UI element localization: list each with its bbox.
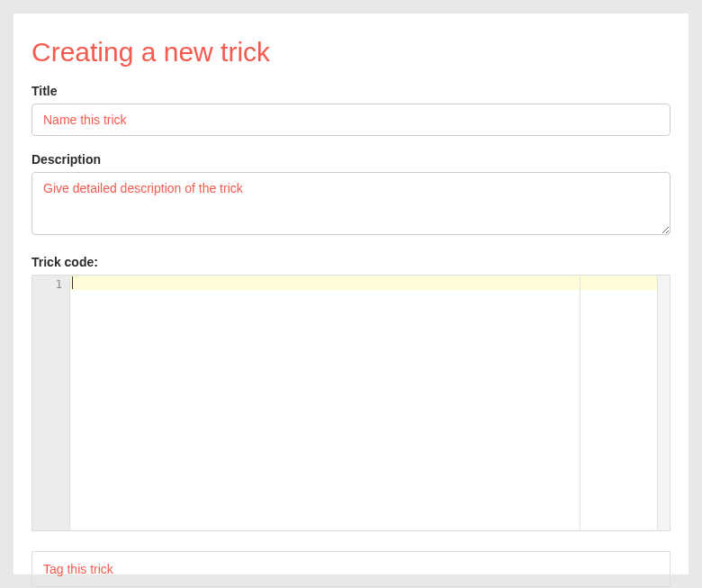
form-panel: Creating a new trick Title Description T… bbox=[14, 14, 688, 574]
description-label: Description bbox=[32, 152, 670, 167]
print-margin bbox=[580, 276, 580, 530]
description-textarea[interactable] bbox=[32, 172, 670, 235]
tag-input[interactable]: Tag this trick bbox=[32, 551, 670, 587]
title-label: Title bbox=[32, 84, 670, 98]
line-number: 1 bbox=[32, 276, 69, 292]
code-label: Trick code: bbox=[32, 255, 670, 269]
tag-placeholder: Tag this trick bbox=[43, 562, 113, 576]
code-area[interactable] bbox=[70, 276, 657, 530]
code-gutter: 1 bbox=[32, 276, 70, 530]
code-cursor bbox=[72, 276, 73, 289]
active-line-highlight bbox=[70, 276, 657, 290]
title-input[interactable] bbox=[32, 104, 670, 136]
scrollbar-vertical[interactable] bbox=[657, 276, 670, 530]
page-title: Creating a new trick bbox=[32, 37, 670, 68]
code-editor[interactable]: 1 bbox=[32, 275, 670, 531]
